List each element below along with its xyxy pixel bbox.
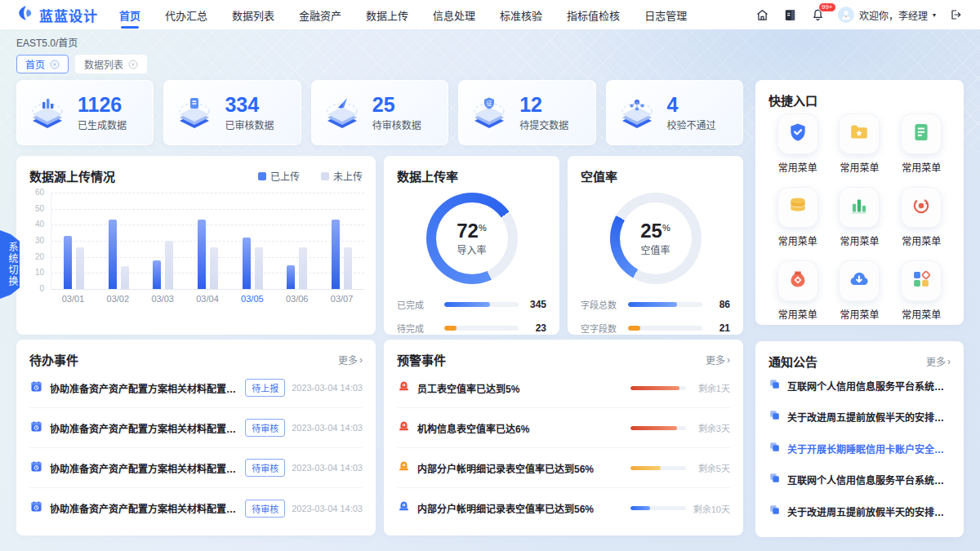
notice-more-link[interactable]: 更多› <box>926 354 951 368</box>
close-icon[interactable] <box>50 60 60 69</box>
nav-item-4[interactable]: 数据上传 <box>366 0 408 30</box>
x-tick-label: 03/07 <box>319 294 364 304</box>
notice-row-3[interactable]: 互联网个人信用信息服务平台系统公告 <box>768 464 951 496</box>
todo-date: 2023-03-04 14:03 <box>292 463 363 473</box>
null-rate-rows: 字段总数86空字段数21 <box>568 287 743 335</box>
todo-row-3[interactable]: 协助准备资产资产配置方案相关材料配置方案相关...待审核2023-03-04 1… <box>29 488 363 528</box>
quick-entry-5[interactable]: 常用菜单 <box>890 187 952 247</box>
quick-entry-7[interactable]: 常用菜单 <box>829 260 891 321</box>
y-tick-label: 60 <box>24 188 44 197</box>
nav-item-1[interactable]: 代办汇总 <box>165 0 207 30</box>
nav-item-6[interactable]: 标准核验 <box>500 0 542 30</box>
bar-已上传 <box>287 265 295 290</box>
top-navbar: 蓝蓝设计 首页代办汇总数据列表金融资产数据上传信息处理标准核验指标值检核日志管理… <box>0 0 980 29</box>
svg-text:征: 征 <box>487 100 492 107</box>
stat-card-2[interactable]: 25待审核数据 <box>311 80 448 145</box>
tab-chip-1[interactable]: 数据列表 <box>75 55 147 73</box>
close-icon[interactable] <box>128 60 138 69</box>
quick-entry-6[interactable]: 常用菜单 <box>767 260 829 321</box>
quick-entry-2[interactable]: 常用菜单 <box>890 113 952 174</box>
system-switch-tab[interactable]: 系统切换 <box>0 230 20 299</box>
notice-row-4[interactable]: 关于改进周五提前放假半天的安排通知 <box>768 495 951 527</box>
bar-chart: 010203040506003/0103/0203/0303/0403/0503… <box>24 193 364 315</box>
quick-entry-4[interactable]: 常用菜单 <box>829 187 891 247</box>
cloud-download-icon <box>849 269 870 293</box>
cube-network-icon <box>617 91 657 135</box>
notice-row-2[interactable]: 关于开展长期睡眠信用卡账户安全管理... <box>768 433 951 464</box>
nav-item-7[interactable]: 指标值检核 <box>567 0 620 30</box>
stat-card-0[interactable]: 1126已生成数据 <box>16 80 154 145</box>
nav-item-5[interactable]: 信息处理 <box>433 0 475 30</box>
quick-entry-label: 常用菜单 <box>778 233 817 247</box>
main-content: 1126已生成数据 334已审核数据 25待审核数据 征 12待提交数据 4校验… <box>0 80 980 537</box>
bar-group-03/05[interactable] <box>230 193 275 289</box>
gauge-row-track <box>444 302 519 307</box>
bar-已上传 <box>243 238 251 289</box>
gauge-row-track <box>628 326 702 331</box>
alert-progress-fill <box>630 506 650 510</box>
nav-item-0[interactable]: 首页 <box>119 0 140 30</box>
right-column: 快捷入口 常用菜单常用菜单常用菜单常用菜单常用菜单常用菜单常用菜单常用菜单常用菜… <box>755 80 964 537</box>
bar-group-03/07[interactable] <box>319 193 364 289</box>
quick-entry-1[interactable]: 常用菜单 <box>829 113 891 174</box>
notice-row-1[interactable]: 关于改进周五提前放假半天的安排通知 <box>768 402 951 433</box>
tab-bar: 首页数据列表 <box>0 51 980 80</box>
legend-item-1[interactable]: 未上传 <box>321 169 363 183</box>
tab-chip-0[interactable]: 首页 <box>16 55 69 73</box>
alert-row-3[interactable]: 内部分户帐明细记录表空值率已达到56%剩余10天 <box>397 488 730 528</box>
apps-grid-icon <box>911 269 932 293</box>
nav-item-2[interactable]: 数据列表 <box>232 0 274 30</box>
notification-badge: 99+ <box>818 2 836 12</box>
quick-entry-8[interactable]: 常用菜单 <box>890 260 952 321</box>
alert-row-2[interactable]: 内部分户帐明细记录表空值率已达到56%剩余5天 <box>397 448 730 488</box>
home-icon[interactable] <box>755 7 771 23</box>
alert-list: 员工表空值率已达到5%剩余1天机构信息表空值率已达6%剩余3天内部分户帐明细记录… <box>384 368 743 528</box>
bar-已上传 <box>198 220 206 289</box>
user-menu[interactable]: 欢迎你，李经理 ▾ <box>838 7 936 23</box>
quick-entry-0[interactable]: 常用菜单 <box>767 113 829 174</box>
quick-tile <box>901 260 942 301</box>
notice-text: 关于改进周五提前放假半天的安排通知 <box>787 504 951 518</box>
bar-chart-legend: 已上传未上传 <box>258 169 363 183</box>
todo-more-link[interactable]: 更多› <box>338 353 363 367</box>
gauge-row-label: 字段总数 <box>581 298 621 311</box>
legend-item-0[interactable]: 已上传 <box>258 169 300 183</box>
logout-icon[interactable] <box>947 7 964 23</box>
alert-row-1[interactable]: 机构信息表空值率已达6%剩余3天 <box>397 408 730 448</box>
alert-row-0[interactable]: 员工表空值率已达到5%剩余1天 <box>397 368 730 408</box>
nav-item-3[interactable]: 金融资产 <box>299 0 341 30</box>
todo-row-0[interactable]: 协助准备资产资产配置方案相关材料配置方案待上报2023-03-04 14:03 <box>29 368 363 408</box>
notice-row-0[interactable]: 互联网个人信用信息服务平台系统公告 <box>768 370 951 402</box>
todo-row-2[interactable]: 协助准备资产资产配置方案相关材料配置方案待审核2023-03-04 14:03 <box>29 448 363 488</box>
chevron-right-icon: › <box>947 356 951 367</box>
bar-group-03/06[interactable] <box>275 193 320 289</box>
bar-group-03/03[interactable] <box>140 193 185 289</box>
alert-text: 员工表空值率已达到5% <box>417 381 624 395</box>
quick-tile <box>901 113 942 154</box>
gauge-row-fill <box>444 302 490 307</box>
stat-info: 12待提交数据 <box>519 95 568 131</box>
upload-rate-rows: 已完成345待完成23 <box>384 287 559 335</box>
alarm-icon <box>397 380 411 397</box>
bar-group-03/01[interactable] <box>51 193 96 289</box>
todo-status-badge: 待上报 <box>245 379 285 397</box>
stat-label: 待审核数据 <box>372 118 421 131</box>
gridline <box>51 289 364 290</box>
notifications-bell-icon[interactable]: 99+ <box>810 7 826 23</box>
alerts-more-link[interactable]: 更多› <box>706 353 730 367</box>
dashboard-page: 蓝蓝设计 首页代办汇总数据列表金融资产数据上传信息处理标准核验指标值检核日志管理… <box>0 0 980 551</box>
todo-row-1[interactable]: 协助准备资产资产配置方案相关材料配置方案相关...待审核2023-03-04 1… <box>29 408 363 448</box>
nav-item-8[interactable]: 日志管理 <box>644 0 687 30</box>
stat-card-4[interactable]: 4校验不通过 <box>606 80 743 145</box>
quick-entry-3[interactable]: 常用菜单 <box>767 187 829 247</box>
bar-group-03/02[interactable] <box>96 193 141 289</box>
stat-card-1[interactable]: 334已审核数据 <box>163 80 301 145</box>
stat-card-3[interactable]: 征 12待提交数据 <box>458 80 595 145</box>
brand-logo[interactable]: 蓝蓝设计 <box>16 4 98 25</box>
quick-entry-label: 常用菜单 <box>902 307 941 321</box>
bar-group-03/04[interactable] <box>185 193 230 289</box>
alert-progress-track <box>630 386 686 390</box>
notice-text: 关于改进周五提前放假半天的安排通知 <box>787 410 951 424</box>
manual-book-icon[interactable] <box>782 7 799 23</box>
bar-plot-area <box>51 193 364 289</box>
